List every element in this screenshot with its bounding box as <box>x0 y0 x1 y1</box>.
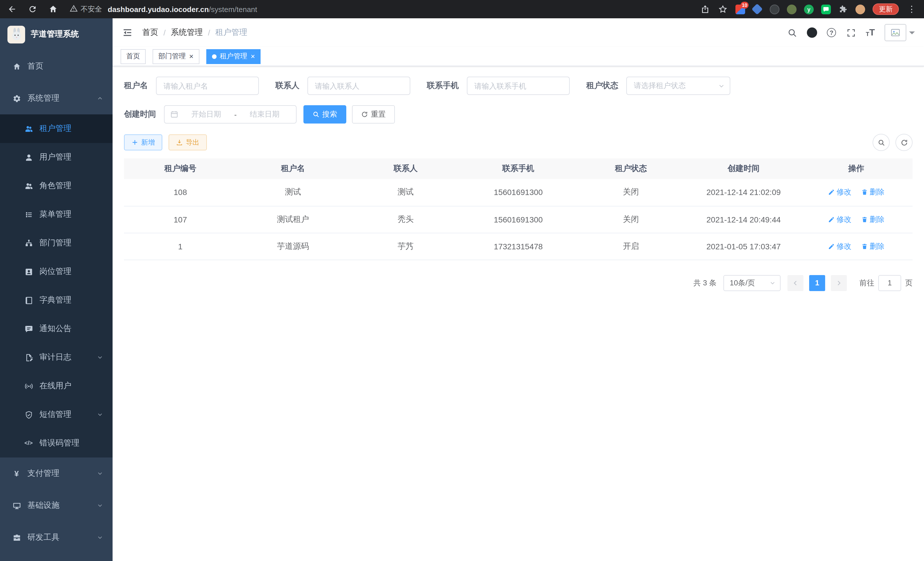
breadcrumb-system[interactable]: 系统管理 <box>171 27 203 38</box>
prev-page-button[interactable] <box>788 275 803 291</box>
sidebar-group-audit-log[interactable]: 审计日志 <box>0 343 112 372</box>
cell-status: 关闭 <box>574 179 687 206</box>
address-bar[interactable]: dashboard.yudao.iocoder.cn/system/tenant <box>108 5 694 14</box>
sidebar-item-label: 字典管理 <box>39 295 104 305</box>
user-icon <box>24 153 33 162</box>
close-icon[interactable]: × <box>250 53 255 60</box>
add-button[interactable]: 新增 <box>124 134 162 150</box>
sidebar-item-label: 在线用户 <box>39 381 104 391</box>
extension-icon-chat[interactable] <box>821 4 831 14</box>
reset-button[interactable]: 重置 <box>352 105 395 123</box>
edit-button[interactable]: 修改 <box>828 241 851 251</box>
filter-label: 租户名 <box>124 81 148 91</box>
shield-icon <box>24 410 33 419</box>
app-logo <box>8 26 25 43</box>
sidebar-group-sms[interactable]: 短信管理 <box>0 400 112 429</box>
phone-input[interactable] <box>467 77 570 95</box>
delete-button[interactable]: 删除 <box>861 214 885 224</box>
sidebar-item-tenant[interactable]: 租户管理 <box>0 114 112 143</box>
contact-input[interactable] <box>308 77 410 95</box>
sidebar-group-system[interactable]: 系统管理 <box>0 82 112 114</box>
share-icon[interactable] <box>700 4 710 14</box>
filter-label: 租户状态 <box>586 81 618 91</box>
sidebar-item-dict[interactable]: 字典管理 <box>0 286 112 314</box>
sidebar-submenu-system: 租户管理 用户管理 角色管理 菜单管理 部门管理 <box>0 114 112 457</box>
delete-button[interactable]: 删除 <box>861 187 885 198</box>
breadcrumb: 首页 / 系统管理 / 租户管理 <box>142 27 248 38</box>
sidebar-item-post[interactable]: 岗位管理 <box>0 257 112 286</box>
back-icon[interactable] <box>7 4 17 14</box>
delete-button[interactable]: 删除 <box>861 241 885 251</box>
breadcrumb-current: 租户管理 <box>215 27 248 38</box>
column-header-created: 创建时间 <box>687 158 800 179</box>
user-menu[interactable] <box>885 24 915 41</box>
sidebar-item-error-code[interactable]: </> 错误码管理 <box>0 429 112 457</box>
github-icon[interactable] <box>807 27 817 38</box>
start-date-placeholder: 开始日期 <box>181 109 232 120</box>
sidebar-item-online-users[interactable]: 在线用户 <box>0 372 112 400</box>
edit-button[interactable]: 修改 <box>828 187 851 198</box>
security-chip[interactable]: 不安全 <box>70 4 102 14</box>
edit-button[interactable]: 修改 <box>828 214 851 224</box>
status-select[interactable]: 请选择租户状态 <box>626 77 730 95</box>
font-size-icon[interactable]: TT <box>866 28 875 37</box>
tenant-name-input[interactable] <box>156 77 259 95</box>
breadcrumb-home[interactable]: 首页 <box>142 27 158 38</box>
tab-dept[interactable]: 部门管理 × <box>153 49 199 64</box>
tab-label: 部门管理 <box>158 51 186 61</box>
bookmark-star-icon[interactable] <box>718 4 728 14</box>
fullscreen-icon[interactable] <box>846 27 856 38</box>
page-size-select[interactable]: 10条/页 <box>723 275 781 291</box>
filter-contact: 联系人 <box>275 77 410 95</box>
export-button[interactable]: 导出 <box>169 134 207 150</box>
goto-prefix-label: 前往 <box>860 278 874 288</box>
search-icon[interactable] <box>787 27 797 38</box>
update-button[interactable]: 更新 <box>873 3 899 15</box>
tab-tenant[interactable]: 租户管理 × <box>206 49 261 64</box>
sidebar-group-payment[interactable]: ¥ 支付管理 <box>0 457 112 490</box>
extension-icon-olive[interactable] <box>787 4 796 14</box>
table-header-row: 租户编号 租户名 联系人 联系手机 租户状态 创建时间 操作 <box>124 158 913 179</box>
app: 芋道管理系统 首页 系统管理 租户管理 用户管理 <box>0 18 924 561</box>
refresh-table-button[interactable] <box>896 134 913 151</box>
close-icon[interactable]: × <box>189 53 194 60</box>
cell-id: 1 <box>124 233 237 260</box>
sidebar-item-menu[interactable]: 菜单管理 <box>0 200 112 229</box>
page-number-button[interactable]: 1 <box>809 275 825 291</box>
refresh-icon[interactable] <box>27 4 38 14</box>
add-button-label: 新增 <box>141 138 155 147</box>
menu-fold-icon[interactable] <box>122 27 133 38</box>
home-icon <box>12 62 21 71</box>
table-row: 108 测试 测试 15601691300 关闭 2021-12-14 21:0… <box>124 179 913 206</box>
date-range-picker[interactable]: 开始日期 - 结束日期 <box>164 105 297 123</box>
sidebar-item-home[interactable]: 首页 <box>0 50 112 82</box>
chevron-down-icon <box>97 502 104 509</box>
sidebar-item-notice[interactable]: 通知公告 <box>0 314 112 343</box>
sidebar-item-user[interactable]: 用户管理 <box>0 143 112 171</box>
sidebar-item-dept[interactable]: 部门管理 <box>0 229 112 257</box>
extension-icon-blue[interactable] <box>753 4 762 14</box>
extension-icon-globe[interactable] <box>770 4 779 14</box>
tab-label: 租户管理 <box>220 51 247 61</box>
help-icon[interactable]: ? <box>827 28 836 37</box>
goto-page-input[interactable] <box>878 275 901 291</box>
warning-icon <box>70 4 78 14</box>
browser-chrome: 不安全 dashboard.yudao.iocoder.cn/system/te… <box>0 0 924 18</box>
search-button[interactable]: 搜索 <box>303 105 346 123</box>
profile-avatar-icon[interactable] <box>855 4 865 14</box>
browser-menu-icon[interactable]: ⋮ <box>906 4 917 14</box>
cell-contact: 秃头 <box>350 206 462 233</box>
home-icon[interactable] <box>48 4 58 14</box>
doc-edit-icon <box>24 353 33 362</box>
logo-link[interactable]: 芋道管理系统 <box>0 18 112 50</box>
next-page-button[interactable] <box>831 275 847 291</box>
extensions-puzzle-icon[interactable] <box>838 4 848 14</box>
sidebar-group-infra[interactable]: 基础设施 <box>0 490 112 522</box>
sidebar-item-role[interactable]: 角色管理 <box>0 171 112 200</box>
sidebar-group-devtools[interactable]: 研发工具 <box>0 522 112 553</box>
tab-home[interactable]: 首页 <box>121 49 146 64</box>
toggle-search-button[interactable] <box>873 134 890 151</box>
tags-view: 首页 部门管理 × 租户管理 × <box>112 47 924 66</box>
extension-icon-green[interactable]: y <box>804 4 814 14</box>
extension-icon-tabs[interactable]: 10 <box>735 4 745 14</box>
